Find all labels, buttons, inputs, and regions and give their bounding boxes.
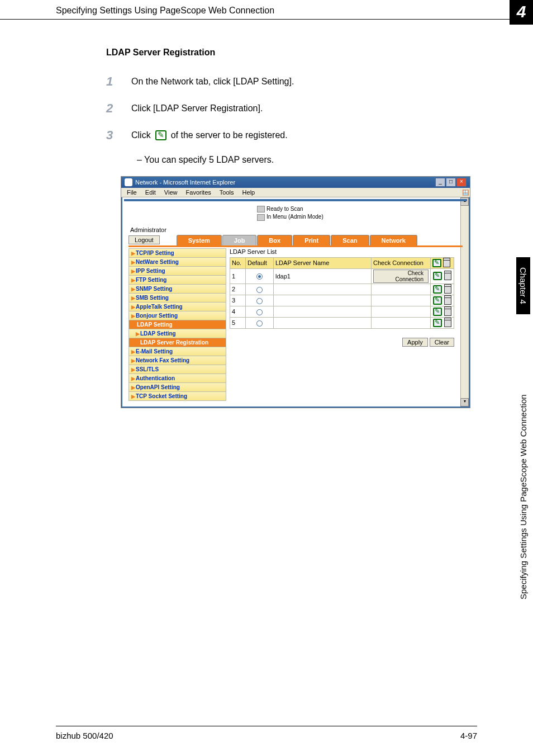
side-tab-chapter: Chapter 4: [516, 257, 530, 314]
default-radio[interactable]: [256, 320, 263, 327]
delete-icon[interactable]: [444, 285, 451, 294]
sidebar-item[interactable]: ▶LDAP Server Registration: [129, 338, 226, 347]
tab-system[interactable]: System: [177, 235, 222, 245]
caret-icon: ▼: [131, 322, 136, 328]
clear-button[interactable]: Clear: [430, 338, 454, 347]
tab-scan[interactable]: Scan: [331, 235, 369, 245]
sidebar-item[interactable]: ▶NetWare Setting: [129, 257, 226, 267]
menu-file[interactable]: File: [123, 188, 140, 196]
status-mode: In Menu (Admin Mode): [266, 214, 323, 220]
delete-icon[interactable]: [443, 259, 450, 267]
step-post: of the server to be registered.: [171, 130, 288, 140]
sidebar-item[interactable]: ▶SMB Setting: [129, 293, 226, 303]
close-button[interactable]: ×: [456, 178, 467, 187]
sidebar-item[interactable]: ▶Network Fax Setting: [129, 356, 226, 365]
col-check: Check Connection: [372, 257, 431, 268]
edit-icon[interactable]: [432, 259, 441, 267]
window-title: Network - Microsoft Internet Explorer: [135, 179, 235, 186]
sidebar-item[interactable]: ▶TCP/IP Setting: [129, 248, 226, 258]
caret-icon: ▶: [131, 394, 135, 399]
menu-help[interactable]: Help: [239, 188, 259, 196]
step-pre: Click: [131, 130, 151, 140]
cell-no: 3: [230, 295, 246, 306]
edit-icon[interactable]: [433, 272, 442, 280]
right-pane: LDAP Server List No. Default LDAP Server…: [230, 248, 463, 400]
caret-icon: ▶: [136, 340, 140, 346]
menu-view[interactable]: View: [161, 188, 181, 196]
windows-flag-icon: 🪟: [459, 189, 468, 197]
menubar: File Edit View Favorites Tools Help 🪟: [121, 188, 470, 197]
footer-page: 4-97: [460, 731, 477, 740]
menu-favorites[interactable]: Favorites: [183, 188, 215, 196]
pane-title: LDAP Server List: [230, 248, 454, 255]
cell-no: 2: [230, 284, 246, 295]
col-no: No.: [230, 257, 246, 268]
menu-tools[interactable]: Tools: [216, 188, 237, 196]
caret-icon: ▶: [136, 331, 140, 337]
tab-print[interactable]: Print: [293, 235, 330, 245]
sidebar-item[interactable]: ▶Bonjour Setting: [129, 311, 226, 320]
role-label: Administrator: [130, 226, 463, 233]
edit-icon[interactable]: [433, 296, 442, 305]
default-radio[interactable]: [256, 298, 263, 304]
col-default: Default: [246, 257, 274, 268]
sub-note: – You can specify 5 LDAP servers.: [106, 155, 477, 165]
menu-edit[interactable]: Edit: [142, 188, 159, 196]
apply-button[interactable]: Apply: [402, 338, 428, 347]
sidebar-item[interactable]: ▶LDAP Setting: [129, 329, 226, 338]
sidebar-item[interactable]: ▶SNMP Setting: [129, 284, 226, 294]
caret-icon: ▶: [131, 385, 135, 390]
sidebar-item[interactable]: ▶Authentication: [129, 374, 226, 383]
table-row: 5: [230, 317, 454, 328]
caret-icon: ▶: [131, 376, 135, 381]
default-radio[interactable]: [256, 309, 263, 315]
sidebar-item[interactable]: ▶AppleTalk Setting: [129, 302, 226, 311]
maximize-button[interactable]: □: [446, 178, 456, 187]
edit-icon[interactable]: [433, 319, 442, 327]
cell-name: [274, 284, 372, 295]
step-2: 2 Click [LDAP Server Registration].: [106, 101, 477, 116]
tab-job[interactable]: Job: [222, 235, 257, 245]
step-3: 3 Click of the server to be registered.: [106, 128, 477, 143]
titlebar: Network - Microsoft Internet Explorer _ …: [121, 177, 470, 188]
sidebar-item[interactable]: ▶SSL/TLS: [129, 365, 226, 374]
delete-icon[interactable]: [444, 272, 451, 280]
check-connection-button[interactable]: Check Connection: [373, 270, 429, 283]
step-1: 1 On the Network tab, click [LDAP Settin…: [106, 74, 477, 89]
side-tab-text: Specifying Settings Using PageScope Web …: [516, 314, 530, 611]
caret-icon: ▶: [131, 295, 135, 301]
table-row: 1ldap1Check Connection: [230, 268, 454, 284]
cell-name: [274, 295, 372, 306]
sidebar-item[interactable]: ▶TCP Socket Setting: [129, 391, 226, 401]
edit-icon[interactable]: [433, 285, 442, 294]
logout-button[interactable]: Logout: [129, 235, 160, 244]
tab-network[interactable]: Network: [370, 235, 417, 245]
minimize-button[interactable]: _: [435, 178, 445, 187]
sidebar-item[interactable]: ▶OpenAPI Setting: [129, 382, 226, 392]
caret-icon: ▶: [131, 367, 135, 372]
delete-icon[interactable]: [444, 296, 451, 305]
sidebar-item[interactable]: ▶FTP Setting: [129, 275, 226, 285]
ldap-table: No. Default LDAP Server Name Check Conne…: [230, 257, 454, 329]
caret-icon: ▶: [131, 304, 135, 310]
cell-no: 1: [230, 268, 246, 284]
browser-window: Network - Microsoft Internet Explorer _ …: [121, 176, 470, 408]
col-name: LDAP Server Name: [274, 257, 372, 268]
default-radio[interactable]: [256, 287, 263, 293]
default-radio[interactable]: [256, 273, 263, 280]
sidebar-item[interactable]: ▶E-Mail Setting: [129, 347, 226, 356]
step-num: 3: [106, 128, 131, 143]
sidebar-item[interactable]: ▼LDAP Setting: [129, 320, 226, 329]
cell-name: [274, 306, 372, 317]
status-ready: Ready to Scan: [266, 206, 303, 212]
edit-icon[interactable]: [433, 308, 442, 316]
sidebar-item[interactable]: ▶IPP Setting: [129, 266, 226, 276]
delete-icon[interactable]: [444, 308, 451, 316]
tab-box[interactable]: Box: [257, 235, 292, 245]
delete-icon[interactable]: [444, 319, 451, 327]
table-row: 3: [230, 295, 454, 306]
section-title: LDAP Server Registration: [106, 48, 477, 58]
ie-icon: [125, 178, 132, 186]
cell-no: 4: [230, 306, 246, 317]
step-text: Click [LDAP Server Registration].: [131, 103, 263, 114]
